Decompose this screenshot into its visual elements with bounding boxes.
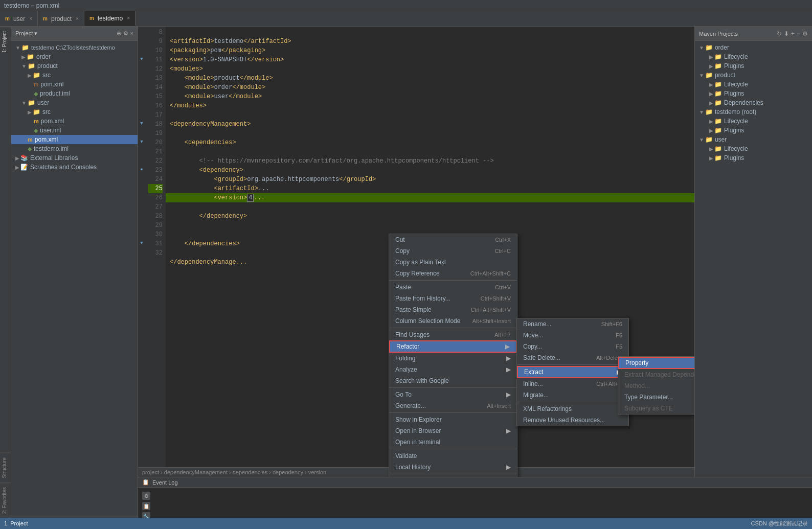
maven-refresh-icon[interactable]: ↻ — [777, 30, 782, 37]
event-log-btn1[interactable]: ⚙ — [142, 492, 150, 500]
tab-user[interactable]: m user × — [0, 11, 38, 26]
menu-refactor[interactable]: Refactor ▶ — [389, 340, 517, 353]
refactor-rename[interactable]: Rename... Shift+F6 — [517, 318, 628, 330]
maven-testdemo-plugins[interactable]: ▶ 📁 Plugins — [695, 126, 812, 135]
tab-testdemo-close[interactable]: × — [127, 15, 130, 21]
maven-order[interactable]: ▼ 📁 order — [695, 43, 812, 52]
tree-item-user-src[interactable]: ▶ 📁 src — [11, 107, 138, 117]
menu-find-usages[interactable]: Find Usages Alt+F7 — [389, 329, 517, 340]
menu-folding[interactable]: Folding ▶ — [389, 353, 517, 364]
sidebar-icon-settings[interactable]: ⚙ — [123, 30, 128, 37]
vtab-project[interactable]: 1: Project — [0, 27, 11, 57]
maven-order-plugins[interactable]: ▶ 📁 Plugins — [695, 61, 812, 71]
tree-item-product-iml[interactable]: ◆ product.iml — [11, 89, 138, 98]
tree-item-product-src[interactable]: ▶ 📁 src — [11, 71, 138, 80]
maven-remove-icon[interactable]: − — [797, 30, 800, 37]
event-log-header: 📋 Event Log — [138, 477, 812, 488]
maven-testdemo-lifecycle[interactable]: ▶ 📁 Lifecycle — [695, 117, 812, 126]
tree-item-scratches[interactable]: ▶ 📝 Scratches and Consoles — [11, 163, 138, 172]
maven-header: Maven Projects ↻ ⬇ + − ⚙ — [695, 27, 812, 41]
menu-search-google[interactable]: Search with Google — [389, 375, 517, 386]
maven-product-deps[interactable]: ▶ 📁 Dependencies — [695, 98, 812, 107]
status-project-label: 1: Project — [4, 520, 28, 526]
tree-item-testdemo-iml[interactable]: ◆ testdemo.iml — [11, 144, 138, 153]
sidebar-icon-sync[interactable]: ⊕ — [117, 30, 121, 37]
extract-managed-dep[interactable]: Extract Managed Dependency Ctrl+Alt+M — [618, 369, 694, 380]
maven-user-plugins[interactable]: ▶ 📁 Plugins — [695, 153, 812, 163]
scratches-label: Scratches and Consoles — [30, 164, 97, 171]
sidebar-title: Project ▾ — [15, 30, 117, 37]
status-bar-left: 1: Project — [4, 520, 28, 526]
tree-item-user-pom[interactable]: m pom.xml — [11, 117, 138, 126]
tab-product-label: product — [51, 15, 72, 22]
tab-user-label: user — [13, 15, 25, 22]
refactor-remove-unused[interactable]: Remove Unused Resources... — [517, 415, 628, 426]
maven-product[interactable]: ▼ 📁 product — [695, 71, 812, 80]
menu-cut[interactable]: Cut Ctrl+X — [389, 234, 517, 245]
refactor-submenu: Rename... Shift+F6 Move... F6 Copy... F5 — [516, 318, 629, 426]
refactor-inline[interactable]: Inline... Ctrl+Alt+N — [517, 378, 628, 389]
menu-analyze[interactable]: Analyze ▶ — [389, 364, 517, 375]
menu-paste-history[interactable]: Paste from History... Ctrl+Shift+V — [389, 293, 517, 304]
refactor-extract[interactable]: Extract ▶ — [517, 366, 628, 378]
sidebar-header: Project ▾ ⊕ ⚙ × — [11, 27, 138, 41]
title-text: testdemo – pom.xml — [4, 2, 59, 9]
status-brand: CSDN @性能测试记录 — [751, 520, 808, 526]
tree-item-user[interactable]: ▼ 📁 user — [11, 98, 138, 107]
refactor-copy[interactable]: Copy... F5 — [517, 341, 628, 352]
maven-add-icon[interactable]: + — [791, 30, 795, 37]
extract-method[interactable]: Method... Ctrl+Alt+M — [618, 380, 694, 392]
refactor-safe-delete[interactable]: Safe Delete... Alt+Delete — [517, 352, 628, 363]
menu-validate[interactable]: Validate — [389, 450, 517, 462]
maven-user[interactable]: ▼ 📁 user — [695, 135, 812, 144]
menu-paste-simple[interactable]: Paste Simple Ctrl+Alt+Shift+V — [389, 304, 517, 315]
maven-title: Maven Projects — [699, 31, 738, 37]
menu-open-browser[interactable]: Open in Browser ▶ — [389, 425, 517, 436]
menu-open-terminal[interactable]: Open in terminal — [389, 436, 517, 448]
maven-download-icon[interactable]: ⬇ — [784, 30, 789, 37]
extract-type-param[interactable]: Type Parameter... — [618, 392, 694, 403]
refactor-move[interactable]: Move... F6 — [517, 330, 628, 341]
extract-subquery[interactable]: Subquery as CTE — [618, 403, 694, 414]
sidebar-icon-close[interactable]: × — [130, 30, 133, 37]
menu-local-history[interactable]: Local History ▶ — [389, 462, 517, 473]
maven-header-icons: ↻ ⬇ + − ⚙ — [777, 30, 808, 37]
menu-copy[interactable]: Copy Ctrl+C — [389, 245, 517, 257]
maven-product-plugins[interactable]: ▶ 📁 Plugins — [695, 89, 812, 98]
line-numbers: 89101112 1314151617 1819202122 232425 26… — [145, 27, 166, 467]
menu-generate[interactable]: Generate... Alt+Insert — [389, 400, 517, 411]
menu-paste[interactable]: Paste Ctrl+V — [389, 282, 517, 293]
event-log-btn3[interactable]: 🔧 — [142, 512, 150, 518]
tree-item-root-pom[interactable]: m pom.xml — [11, 135, 138, 144]
maven-settings-icon[interactable]: ⚙ — [802, 30, 808, 37]
maven-testdemo[interactable]: ▼ 📁 testdemo (root) — [695, 107, 812, 117]
tree-item-testdemo-root[interactable]: ▼ 📁 testdemo C:\ZTools\test\testdemo — [11, 43, 138, 52]
tab-product-close[interactable]: × — [76, 16, 79, 21]
extract-property[interactable]: Property Ctrl+Alt+V — [618, 357, 694, 369]
menu-compare-clipboard[interactable]: Compare with Clipboard — [389, 475, 517, 477]
refactor-migrate[interactable]: Migrate... — [517, 389, 628, 401]
menu-column-mode[interactable]: Column Selection Mode Alt+Shift+Insert — [389, 315, 517, 327]
menu-copy-plain[interactable]: Copy as Plain Text — [389, 257, 517, 268]
tree-item-ext-libs[interactable]: ▶ 📚 External Libraries — [11, 153, 138, 163]
event-log-btn2[interactable]: 📋 — [142, 502, 150, 510]
vtab-favorites[interactable]: 2: Favorites — [0, 482, 11, 518]
extract-submenu: Property Ctrl+Alt+V Extract Managed Depe… — [618, 356, 694, 415]
tab-user-close[interactable]: × — [29, 16, 32, 21]
tree-item-order[interactable]: ▶ 📁 order — [11, 52, 138, 61]
tab-testdemo[interactable]: m testdemo × — [84, 11, 136, 26]
tree-item-product-pom[interactable]: m pom.xml — [11, 80, 138, 89]
menu-copy-ref[interactable]: Copy Reference Ctrl+Alt+Shift+C — [389, 268, 517, 279]
title-bar: testdemo – pom.xml — [0, 0, 812, 11]
tree-item-product[interactable]: ▼ 📁 product — [11, 61, 138, 71]
tree-item-user-iml[interactable]: ◆ user.iml — [11, 126, 138, 135]
menu-goto[interactable]: Go To ▶ — [389, 389, 517, 400]
refactor-xml[interactable]: XML Refactorings ▶ — [517, 403, 628, 415]
local-history-label: Local History — [395, 464, 431, 471]
vtab-structure[interactable]: Structure — [0, 453, 11, 482]
maven-order-lifecycle[interactable]: ▶ 📁 Lifecycle — [695, 52, 812, 61]
maven-user-lifecycle[interactable]: ▶ 📁 Lifecycle — [695, 144, 812, 153]
maven-product-lifecycle[interactable]: ▶ 📁 Lifecycle — [695, 80, 812, 89]
menu-show-explorer[interactable]: Show in Explorer — [389, 414, 517, 425]
tab-product[interactable]: m product × — [38, 11, 84, 26]
